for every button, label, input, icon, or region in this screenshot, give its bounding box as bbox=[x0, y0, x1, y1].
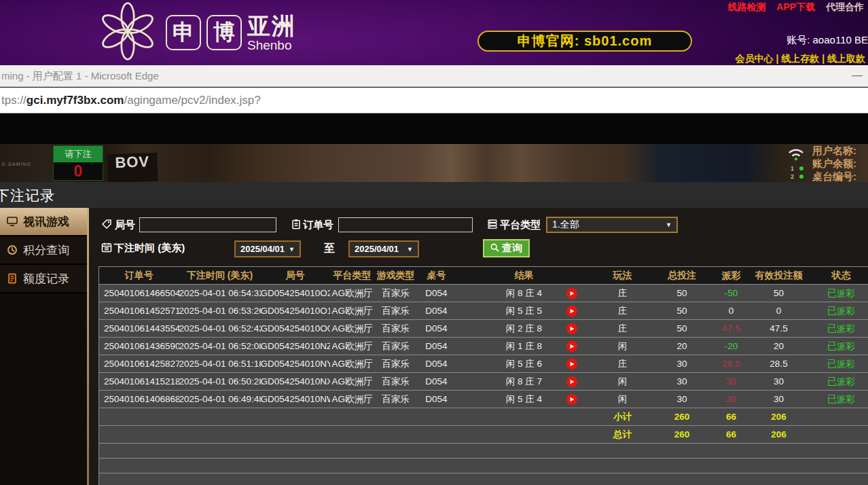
cell-status: 已派彩 bbox=[806, 373, 868, 391]
account-label: 账号: bbox=[786, 34, 810, 46]
bet-prompt-label: 请下注 bbox=[54, 146, 103, 162]
cell-play: 庄 bbox=[592, 320, 653, 338]
cell-round: GD054254010NW bbox=[261, 391, 330, 408]
sidebar-item-credit-records[interactable]: 额度记录 bbox=[0, 265, 87, 293]
cell-play: 闲 bbox=[592, 373, 653, 391]
site-logo: 申 博 亚洲 Shenbo bbox=[95, 0, 296, 65]
empty-row bbox=[99, 444, 868, 459]
result-text: 闲 8 庄 7 bbox=[506, 376, 542, 387]
cell-blank bbox=[261, 426, 330, 444]
round-input[interactable] bbox=[139, 217, 276, 232]
play-video-button[interactable] bbox=[566, 323, 577, 334]
table-row: 2504010614152182025-04-01 06:50:28GD0542… bbox=[99, 373, 868, 391]
chevron-down-icon: ▼ bbox=[289, 246, 295, 253]
col-round: 局号 bbox=[261, 267, 330, 285]
calendar-icon bbox=[101, 242, 112, 253]
link-line-check[interactable]: 线路检测 bbox=[727, 1, 765, 12]
order-input[interactable] bbox=[338, 217, 473, 232]
cell-sum-label: 小计 bbox=[592, 408, 653, 426]
table-row: 2504010614435542025-04-01 06:52:42GD0542… bbox=[99, 320, 868, 338]
cell-status: 已派彩 bbox=[806, 338, 868, 355]
browser-urlbar[interactable]: tps://gci.myf7f3bx.com/agingame/pcv2/ind… bbox=[0, 88, 868, 113]
cell-valid: 20 bbox=[752, 338, 806, 355]
minimize-button[interactable]: — bbox=[852, 69, 863, 82]
cell-time: 2025-04-01 06:54:32 bbox=[179, 285, 261, 302]
cell-order: 250401061443554 bbox=[99, 320, 179, 338]
cell-result: 闲 8 庄 4 bbox=[456, 285, 592, 302]
cell-blank bbox=[417, 426, 456, 444]
cell-bet: 20 bbox=[653, 338, 711, 355]
search-button[interactable]: 查询 bbox=[483, 239, 530, 257]
play-video-button[interactable] bbox=[566, 288, 577, 299]
platform-select[interactable]: 1.全部 ▼ bbox=[546, 217, 678, 233]
seat-status-dot bbox=[799, 175, 803, 179]
cell-platform: AG欧洲厅 bbox=[330, 302, 375, 320]
cell-blank bbox=[806, 426, 868, 444]
cell-order: 250401061425827 bbox=[99, 355, 179, 373]
balance-label: 账户余额: bbox=[812, 157, 868, 170]
col-bet-time: 下注时间 (美东) bbox=[179, 267, 261, 285]
url-path: /agingame/pcv2/index.jsp? bbox=[124, 94, 260, 107]
cell-bet: 30 bbox=[653, 391, 711, 408]
seat-list: 1 2 bbox=[791, 164, 803, 181]
bet-countdown-panel: 请下注 0 bbox=[53, 145, 103, 181]
clipboard-icon bbox=[291, 219, 302, 230]
empty-row bbox=[99, 459, 868, 473]
cell-payout: 28.5 bbox=[711, 355, 752, 373]
page-title: 下注记录 bbox=[0, 186, 55, 205]
cell-valid: 47.5 bbox=[752, 320, 806, 338]
link-app-download[interactable]: APP下载 bbox=[776, 1, 815, 12]
cell-round: GD054254010NY bbox=[261, 355, 330, 373]
cell-valid: 30 bbox=[752, 391, 806, 408]
gaming-watermark: G GAMING bbox=[1, 162, 31, 166]
play-video-button[interactable] bbox=[566, 306, 577, 317]
cell-platform: AG欧洲厅 bbox=[330, 320, 375, 338]
cell-round: GD054254010O0 bbox=[261, 320, 330, 338]
sidebar-item-points-query[interactable]: 积分查询 bbox=[0, 236, 87, 265]
cell-play: 闲 bbox=[592, 391, 653, 408]
col-payout: 派彩 bbox=[711, 267, 752, 285]
member-links[interactable]: 会员中心 | 线上存款 | 线上取款 bbox=[736, 53, 865, 65]
cell-status: 已派彩 bbox=[806, 355, 868, 373]
date-from-select[interactable]: 2025/04/01 ▼ bbox=[234, 240, 301, 257]
cell-blank bbox=[99, 459, 868, 473]
play-video-button[interactable] bbox=[566, 394, 577, 405]
cell-table-no: D054 bbox=[417, 320, 456, 338]
cell-blank bbox=[330, 408, 375, 426]
cell-table-no: D054 bbox=[417, 373, 456, 391]
bet-records-table: 订单号 下注时间 (美东) 局号 平台类型 游戏类型 桌号 结果 玩法 总投注 … bbox=[98, 266, 868, 485]
cell-sum-bet: 260 bbox=[653, 408, 711, 426]
cell-payout: 47.5 bbox=[711, 320, 752, 338]
platform-list-icon bbox=[487, 219, 498, 230]
cell-result: 闲 5 庄 4 bbox=[456, 391, 592, 408]
logo-region-text: 亚洲 Shenbo bbox=[247, 14, 296, 52]
sidebar-item-video-games[interactable]: 视讯游戏 bbox=[0, 208, 87, 236]
sidebar-item-label: 积分查询 bbox=[23, 242, 69, 258]
sidebar-divider bbox=[87, 208, 89, 485]
cell-blank bbox=[99, 473, 868, 485]
cell-blank bbox=[330, 426, 375, 444]
play-video-button[interactable] bbox=[566, 376, 577, 387]
content-panel: 局号 订单号 平台类型 1.全部 ▼ 下注时间 (美东) 2025/04/01 … bbox=[89, 208, 868, 485]
cell-sum-valid: 206 bbox=[752, 426, 806, 444]
play-video-button[interactable] bbox=[566, 359, 577, 370]
date-from-value: 2025/04/01 bbox=[240, 244, 285, 254]
official-site-banner[interactable]: 申博官网: sb01.com bbox=[477, 31, 692, 52]
cell-time: 2025-04-01 06:51:18 bbox=[179, 355, 261, 373]
header-top-links: 线路检测 APP下载 代理合作 bbox=[719, 1, 864, 14]
col-order: 订单号 bbox=[99, 267, 179, 285]
cell-table-no: D054 bbox=[417, 391, 456, 408]
col-table-no: 桌号 bbox=[417, 267, 456, 285]
cell-play: 庄 bbox=[592, 355, 653, 373]
seat-row: 2 bbox=[791, 173, 803, 181]
cell-game: 百家乐 bbox=[375, 302, 417, 320]
cell-round: GD054254010NX bbox=[261, 373, 330, 391]
cell-status: 已派彩 bbox=[806, 320, 868, 338]
link-agent-coop[interactable]: 代理合作 bbox=[826, 1, 864, 12]
total-row: 总计26066206 bbox=[99, 426, 868, 444]
cell-valid: 0 bbox=[752, 302, 806, 320]
cell-bet: 30 bbox=[653, 355, 711, 373]
date-to-select[interactable]: 2025/04/01 ▼ bbox=[348, 240, 419, 257]
cell-status: 已派彩 bbox=[806, 302, 868, 320]
play-video-button[interactable] bbox=[566, 341, 577, 352]
